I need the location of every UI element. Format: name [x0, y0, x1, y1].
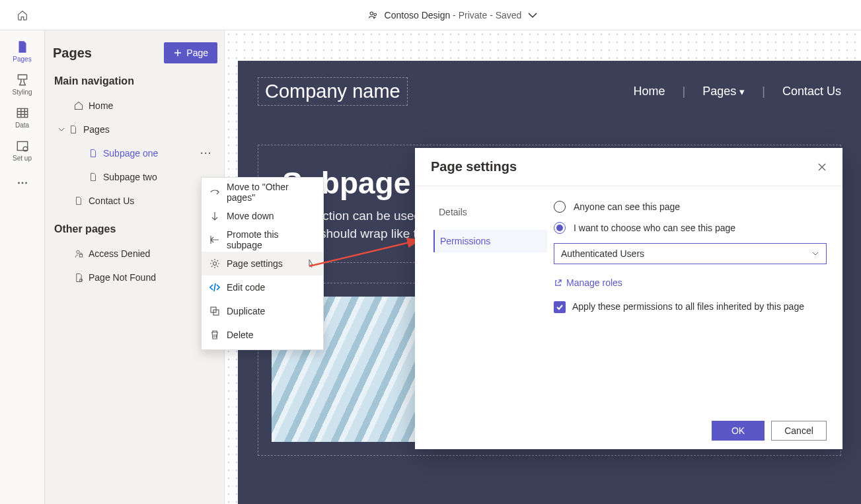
- plus-icon: [173, 48, 182, 57]
- svg-rect-9: [79, 254, 83, 257]
- svg-line-14: [309, 240, 420, 266]
- panel-title: Pages: [53, 46, 92, 61]
- radio-selected-icon: [554, 222, 566, 234]
- nav-pages[interactable]: Pages ▾: [702, 85, 745, 98]
- svg-point-0: [370, 12, 373, 15]
- menu-duplicate[interactable]: Duplicate: [202, 299, 323, 323]
- tree-pages[interactable]: Pages: [53, 118, 217, 141]
- main-nav-heading: Main navigation: [54, 75, 217, 87]
- tree-subpage-one[interactable]: Subpage one ···: [53, 141, 217, 165]
- home-icon: [73, 100, 85, 111]
- page-settings-dialog: Page settings Details Permissions Anyone…: [415, 148, 842, 449]
- rail-data[interactable]: Data: [3, 100, 42, 133]
- person-lock-icon: [73, 249, 85, 259]
- brush-icon: [15, 73, 30, 87]
- add-page-button[interactable]: Page: [164, 42, 217, 63]
- svg-point-8: [76, 250, 79, 254]
- code-icon: [209, 282, 220, 293]
- checkbox-checked-icon: [554, 301, 566, 313]
- rail-setup[interactable]: Set up: [3, 133, 42, 166]
- menu-move-other[interactable]: Move to "Other pages": [202, 180, 323, 204]
- top-bar: Contoso Design - Private - Saved: [0, 0, 861, 30]
- dialog-title: Page settings: [431, 159, 517, 174]
- page-icon: [67, 125, 79, 134]
- cancel-button[interactable]: Cancel: [771, 421, 827, 441]
- other-pages-heading: Other pages: [54, 223, 217, 235]
- tab-details[interactable]: Details: [433, 201, 547, 223]
- pages-panel: Pages Page Main navigation Home Pages Su…: [45, 30, 225, 504]
- trash-icon: [209, 330, 220, 340]
- external-link-icon: [554, 279, 562, 287]
- tree-access-denied[interactable]: Access Denied: [53, 242, 217, 266]
- chevron-down-icon: [56, 126, 67, 133]
- move-icon: [209, 187, 220, 198]
- setup-icon: [15, 139, 30, 153]
- promote-icon: [209, 234, 220, 245]
- role-select[interactable]: Authenticated Users: [554, 243, 827, 264]
- rail-pages[interactable]: Pages: [3, 34, 42, 67]
- svg-rect-2: [17, 108, 27, 117]
- page-warning-icon: [73, 273, 85, 283]
- home-icon[interactable]: [0, 9, 45, 21]
- dialog-content: Anyone can see this page I want to choos…: [547, 186, 842, 412]
- menu-move-down[interactable]: Move down: [202, 204, 323, 228]
- annotation-arrow: [304, 234, 430, 274]
- menu-delete[interactable]: Delete: [202, 323, 323, 347]
- ok-button[interactable]: OK: [712, 421, 765, 441]
- nav-tree: Home Pages Subpage one ··· Subpage two C…: [53, 94, 217, 213]
- left-rail: Pages Styling Data Set up: [0, 30, 45, 504]
- brand-name[interactable]: Company name: [258, 77, 408, 106]
- svg-rect-3: [17, 141, 27, 150]
- page-icon: [87, 149, 99, 158]
- other-tree: Access Denied Page Not Found: [53, 242, 217, 289]
- document-title[interactable]: Contoso Design - Private - Saved: [45, 9, 861, 21]
- nav-links: Home | Pages ▾ | Contact Us: [634, 85, 842, 98]
- gear-icon: [209, 258, 220, 269]
- tab-permissions[interactable]: Permissions: [433, 230, 547, 252]
- manage-roles-link[interactable]: Manage roles: [554, 277, 827, 288]
- arrow-down-icon: [209, 211, 220, 221]
- radio-anyone[interactable]: Anyone can see this page: [554, 201, 827, 213]
- duplicate-icon: [209, 306, 220, 316]
- svg-point-7: [25, 182, 27, 184]
- nav-contact[interactable]: Contact Us: [782, 85, 841, 98]
- menu-edit-code[interactable]: Edit code: [202, 275, 323, 299]
- nav-home[interactable]: Home: [634, 85, 665, 98]
- svg-point-6: [21, 182, 23, 184]
- radio-choose[interactable]: I want to choose who can see this page: [554, 222, 827, 234]
- chevron-down-icon: [527, 9, 539, 21]
- dialog-tabs: Details Permissions: [415, 186, 547, 412]
- page-icon: [87, 172, 99, 182]
- close-icon: [817, 162, 827, 172]
- tree-home[interactable]: Home: [53, 94, 217, 118]
- people-icon: [367, 9, 379, 21]
- table-icon: [15, 106, 30, 120]
- tree-contact[interactable]: Contact Us: [53, 189, 217, 213]
- page-icon: [15, 40, 30, 54]
- inherit-checkbox[interactable]: Apply these permissions to all files inh…: [554, 301, 827, 313]
- svg-point-5: [18, 182, 20, 184]
- rail-more[interactable]: [3, 166, 42, 199]
- chevron-down-icon: [811, 250, 819, 258]
- svg-point-1: [374, 13, 377, 16]
- ellipsis-icon: [15, 176, 30, 190]
- row-more-icon[interactable]: ···: [200, 148, 212, 159]
- tree-not-found[interactable]: Page Not Found: [53, 266, 217, 289]
- close-button[interactable]: [817, 162, 827, 172]
- radio-icon: [554, 201, 566, 213]
- tree-subpage-two[interactable]: Subpage two: [53, 165, 217, 189]
- page-icon: [73, 196, 85, 205]
- svg-point-11: [213, 262, 217, 266]
- rail-styling[interactable]: Styling: [3, 67, 42, 100]
- site-nav: Company name Home | Pages ▾ | Contact Us: [258, 61, 841, 122]
